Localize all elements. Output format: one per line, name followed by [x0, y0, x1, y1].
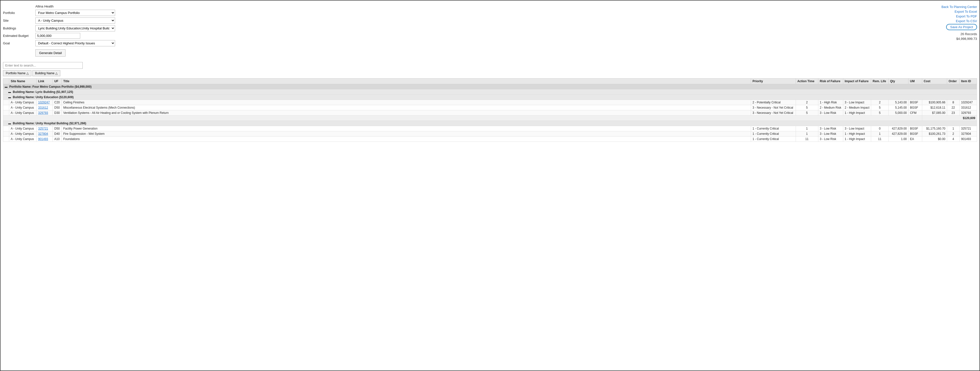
th-cost[interactable]: Cost [922, 78, 947, 84]
subtotal-row: $120,609 [3, 116, 977, 121]
row-link[interactable]: 901493 [37, 137, 53, 142]
row-checkbox [3, 137, 9, 142]
sort-portfolio-button[interactable]: Portfolio Name △ [3, 70, 32, 76]
row-checkbox [3, 105, 9, 110]
row-qty: 427,829.00 [889, 131, 908, 137]
row-cost: $0.00 [922, 137, 947, 142]
generate-row: Generate Detail [3, 48, 927, 57]
row-impact: 3 - Low Impact [843, 126, 871, 131]
row-qty: 5,145.00 [889, 105, 908, 110]
row-link[interactable]: 327804 [37, 131, 53, 137]
row-uf: A10 [53, 137, 62, 142]
th-site[interactable]: Site Name [9, 78, 37, 84]
row-cost: $12,618.11 [922, 105, 947, 110]
collapse-icon[interactable]: ▬ [5, 85, 8, 88]
th-rem-life[interactable]: Rem. Life [871, 78, 889, 84]
row-title: Foundations [62, 137, 751, 142]
row-priority: 3 - Necessary - Not Yet Critical [751, 105, 795, 110]
row-priority: 1 - Currently Critical [751, 137, 795, 142]
main-container: Allina Health Portfolio Four Metro Campu… [0, 0, 980, 371]
row-link[interactable]: 1029247 [37, 100, 53, 105]
row-priority: 1 - Currently Critical [751, 131, 795, 137]
export-excel-link[interactable]: Export To Excel [955, 10, 977, 13]
row-cost: $100,905.66 [922, 100, 947, 105]
row-cost: $7,085.00 [922, 110, 947, 116]
row-site: A - Unity Campus [9, 100, 37, 105]
th-title[interactable]: Title [62, 78, 751, 84]
row-risk: 1 - High Risk [818, 100, 843, 105]
sort-buttons: Portfolio Name △ Building Name △ [3, 70, 977, 76]
row-uf: D30 [53, 110, 62, 116]
row-rem-life: 2 [871, 100, 889, 105]
table-row: A - Unity Campus 901493 A10 Foundations … [3, 137, 977, 142]
budget-input[interactable] [35, 33, 80, 38]
budget-row: Estimated Budget [3, 33, 927, 38]
th-impact[interactable]: Impact of Failure [843, 78, 871, 84]
th-action-time[interactable]: Action Time [795, 78, 818, 84]
row-priority: 1 - Currently Critical [751, 126, 795, 131]
row-impact: 1 - High Impact [843, 110, 871, 116]
th-um[interactable]: UM [908, 78, 922, 84]
portfolio-label: Portfolio [3, 11, 35, 15]
row-action-time: 5 [795, 110, 818, 116]
site-label: Site [3, 19, 35, 22]
row-rem-life: 5 [871, 110, 889, 116]
row-impact: 1 - High Impact [843, 131, 871, 137]
portfolio-row: Portfolio Four Metro Campus Portfolio [3, 10, 927, 16]
generate-button[interactable]: Generate Detail [35, 49, 65, 57]
budget-total: $4,998,999.73 [956, 37, 977, 41]
buildings-select[interactable]: Lyric Building;Unity Education;Unity Hos… [35, 25, 115, 32]
search-input[interactable] [3, 62, 83, 69]
building-group-row: ▬ Building Name: Unity Hospital Building… [3, 121, 977, 126]
row-order: 1 [947, 126, 959, 131]
buildings-row: Buildings Lyric Building;Unity Education… [3, 25, 927, 32]
th-risk[interactable]: Risk of Failure [818, 78, 843, 84]
th-uf[interactable]: UF [53, 78, 62, 84]
row-site: A - Unity Campus [9, 126, 37, 131]
sort-building-arrow: △ [55, 72, 57, 75]
th-qty[interactable]: Qty [889, 78, 908, 84]
th-priority[interactable]: Priority [751, 78, 795, 84]
buildings-label: Buildings [3, 26, 35, 30]
row-qty: 427,829.00 [889, 126, 908, 131]
row-link[interactable]: 329793 [37, 110, 53, 116]
row-title: Facility Power Generation [62, 126, 751, 131]
row-link[interactable]: 325721 [37, 126, 53, 131]
row-qty: 1.00 [889, 137, 908, 142]
export-csv-link[interactable]: Export To CSV [956, 19, 977, 23]
building-group-row: ▬ Building Name: Lyric Building ($1,907,… [3, 89, 977, 95]
collapse-icon[interactable]: ▬ [8, 122, 11, 125]
collapse-icon[interactable]: ▬ [8, 96, 11, 99]
row-order: 4 [947, 137, 959, 142]
sort-building-button[interactable]: Building Name △ [32, 70, 60, 76]
table-row: A - Unity Campus 329793 D30 Ventilation … [3, 110, 977, 116]
row-action-time: 1 [795, 126, 818, 131]
table-row: A - Unity Campus 1029247 C20 Ceiling Fin… [3, 100, 977, 105]
row-rem-life: 1 [871, 131, 889, 137]
row-order: 23 [947, 110, 959, 116]
row-order: 22 [947, 105, 959, 110]
goal-row: Goal Default - Correct Highest Priority … [3, 40, 927, 46]
row-risk: 3 - Low Risk [818, 126, 843, 131]
row-risk: 3 - Low Risk [818, 110, 843, 116]
row-um: BGSF [908, 126, 922, 131]
row-checkbox [3, 110, 9, 116]
right-actions: Back To Planning Center Export To Excel … [927, 5, 977, 58]
th-item-id[interactable]: Item ID [959, 78, 977, 84]
portfolio-select[interactable]: Four Metro Campus Portfolio [35, 10, 115, 16]
save-project-button[interactable]: Save As Project [946, 24, 977, 30]
goal-select[interactable]: Default - Correct Highest Priority Issue… [35, 40, 115, 46]
export-pdf-link[interactable]: Export To PDF [956, 14, 977, 18]
th-order[interactable]: Order [947, 78, 959, 84]
row-order: 8 [947, 100, 959, 105]
portfolio-group-row: ▬ Portfolio Name: Four Metro Campus Port… [3, 84, 977, 89]
row-link[interactable]: 331612 [37, 105, 53, 110]
budget-label: Estimated Budget [3, 34, 35, 38]
th-link[interactable]: Link [37, 78, 53, 84]
th-checkbox [3, 78, 9, 84]
row-uf: D50 [53, 126, 62, 131]
collapse-icon[interactable]: ▬ [8, 91, 11, 94]
site-select[interactable]: A - Unity Campus [35, 18, 115, 24]
row-rem-life: 5 [871, 105, 889, 110]
back-link[interactable]: Back To Planning Center [942, 5, 977, 9]
